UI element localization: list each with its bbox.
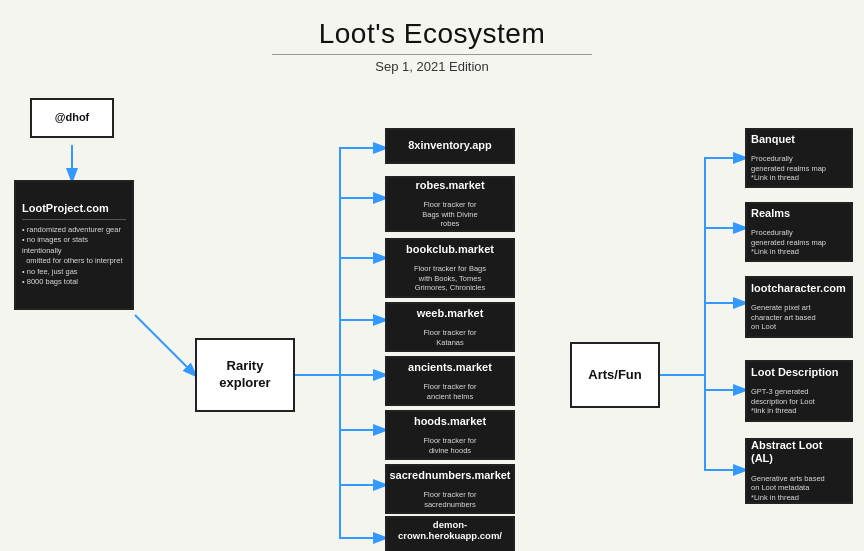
diagram: @dhof LootProject.com • randomized adven… bbox=[0, 80, 864, 551]
lootproject-body: • randomized adventurer gear• no images … bbox=[22, 225, 126, 288]
bookclub-body: Floor tracker for Bagswith Books, TomesG… bbox=[414, 264, 486, 293]
weeb-title: weeb.market bbox=[417, 307, 484, 320]
arts-fun-label: Arts/Fun bbox=[588, 367, 641, 383]
dhof-label: @dhof bbox=[55, 111, 90, 124]
weeb-body: Floor tracker forKatanas bbox=[424, 328, 477, 348]
weeb-node: weeb.market Floor tracker forKatanas bbox=[385, 302, 515, 352]
hoods-title: hoods.market bbox=[414, 415, 486, 428]
loot-description-body: GPT-3 generateddescription for Loot*link… bbox=[751, 387, 815, 416]
demon-title: demon-crown.herokuapp.com/ bbox=[398, 519, 502, 542]
arts-fun-node: Arts/Fun bbox=[570, 342, 660, 408]
abstract-loot-body: Generative arts basedon Loot metadata*Li… bbox=[751, 474, 825, 503]
loot-description-node: Loot Description GPT-3 generateddescript… bbox=[745, 360, 853, 422]
inventory-node: 8xinventory.app bbox=[385, 128, 515, 164]
realms-node: Realms Procedurallygenerated realms map*… bbox=[745, 202, 853, 262]
lootcharacter-body: Generate pixel artcharacter art basedon … bbox=[751, 303, 816, 332]
lootcharacter-node: lootcharacter.com Generate pixel artchar… bbox=[745, 276, 853, 338]
banquet-title: Banquet bbox=[751, 133, 795, 146]
realms-body: Procedurallygenerated realms map*Link in… bbox=[751, 228, 826, 257]
sacred-node: sacrednumbers.market Floor tracker forsa… bbox=[385, 464, 515, 514]
edition-label: Sep 1, 2021 Edition bbox=[375, 59, 488, 74]
svg-line-1 bbox=[135, 315, 195, 375]
lootproject-node: LootProject.com • randomized adventurer … bbox=[14, 180, 134, 310]
banquet-node: Banquet Procedurallygenerated realms map… bbox=[745, 128, 853, 188]
dhof-node: @dhof bbox=[30, 98, 114, 138]
banquet-body: Procedurallygenerated realms map*Link in… bbox=[751, 154, 826, 183]
abstract-loot-node: Abstract Loot (AL) Generative arts based… bbox=[745, 438, 853, 504]
robes-body: Floor tracker forBags with Divinerobes bbox=[422, 200, 477, 229]
abstract-loot-title: Abstract Loot (AL) bbox=[751, 439, 847, 465]
lootproject-title: LootProject.com bbox=[22, 202, 109, 215]
hoods-node: hoods.market Floor tracker fordivine hoo… bbox=[385, 410, 515, 460]
bookclub-title: bookclub.market bbox=[406, 243, 494, 256]
ancients-node: ancients.market Floor tracker forancient… bbox=[385, 356, 515, 406]
loot-description-title: Loot Description bbox=[751, 366, 838, 379]
page-title: Loot's Ecosystem bbox=[319, 18, 546, 50]
rarity-node: Rarityexplorer bbox=[195, 338, 295, 412]
sacred-title: sacrednumbers.market bbox=[389, 469, 510, 482]
robes-node: robes.market Floor tracker forBags with … bbox=[385, 176, 515, 232]
demon-node: demon-crown.herokuapp.com/ Floor tracker… bbox=[385, 516, 515, 551]
ancients-title: ancients.market bbox=[408, 361, 492, 374]
bookclub-node: bookclub.market Floor tracker for Bagswi… bbox=[385, 238, 515, 298]
ancients-body: Floor tracker forancient helms bbox=[424, 382, 477, 402]
lootcharacter-title: lootcharacter.com bbox=[751, 282, 846, 295]
title-divider bbox=[272, 54, 592, 55]
robes-title: robes.market bbox=[415, 179, 484, 192]
inventory-title: 8xinventory.app bbox=[408, 139, 492, 152]
sacred-body: Floor tracker forsacrednumbers bbox=[424, 490, 477, 510]
hoods-body: Floor tracker fordivine hoods bbox=[424, 436, 477, 456]
rarity-label: Rarityexplorer bbox=[219, 358, 270, 392]
realms-title: Realms bbox=[751, 207, 790, 220]
